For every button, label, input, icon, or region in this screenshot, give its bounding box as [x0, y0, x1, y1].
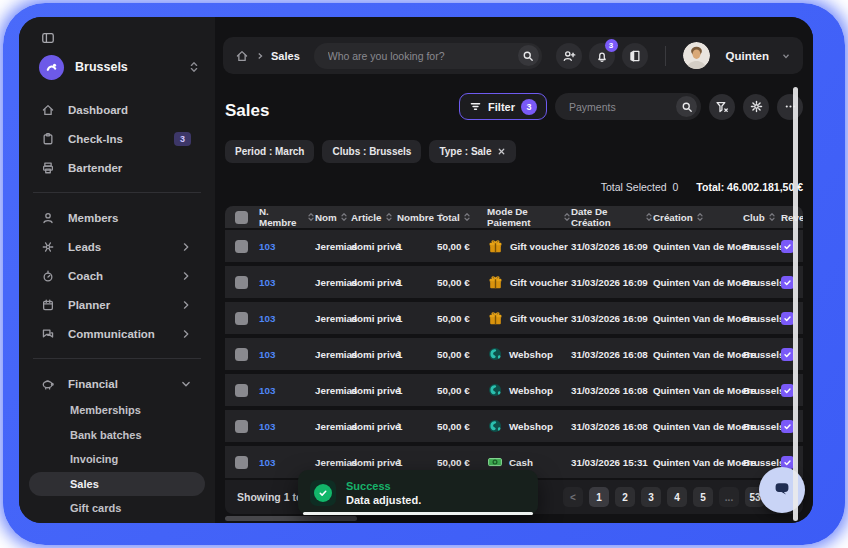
sidebar-collapse-icon[interactable] — [41, 31, 55, 45]
select-all-checkbox[interactable] — [235, 211, 248, 224]
sort-icon — [768, 212, 776, 222]
sidebar-subitem-orders[interactable]: Orders — [29, 521, 205, 524]
member-number-link[interactable]: 103 — [259, 457, 315, 468]
payments-search-input[interactable] — [567, 100, 676, 114]
chevron-down-icon[interactable] — [781, 51, 791, 61]
sidebar-item-bartender[interactable]: Bartender — [29, 153, 205, 182]
column-header-n-membre[interactable]: N. Membre — [259, 206, 315, 228]
cell-club: Brussels — [743, 349, 781, 360]
cell-nom: Jeremias — [315, 313, 351, 324]
sidebar-item-check-ins[interactable]: Check-Ins3 — [29, 124, 205, 153]
filter-button[interactable]: Filter 3 — [459, 93, 547, 120]
row-checkbox[interactable] — [235, 240, 248, 253]
column-header-revenu[interactable]: Revenu — [781, 212, 803, 223]
search-icon[interactable] — [518, 45, 539, 66]
add-person-button[interactable] — [556, 43, 582, 69]
row-checkbox[interactable] — [235, 276, 248, 289]
page-button-5[interactable]: 5 — [693, 487, 713, 507]
page-button-4[interactable]: 4 — [667, 487, 687, 507]
row-checkbox[interactable] — [235, 348, 248, 361]
sidebar-item-planner[interactable]: Planner — [29, 290, 205, 319]
sidebar-item-leads[interactable]: Leads — [29, 232, 205, 261]
sidebar-subitem-label: Memberships — [70, 404, 141, 416]
sidebar-subitem-label: Invoicing — [70, 453, 118, 465]
cell-nombre: 1 — [397, 349, 437, 360]
payments-search — [555, 93, 701, 120]
avatar[interactable] — [683, 42, 710, 69]
cell-date: 31/03/2026 16:09 — [571, 277, 653, 288]
club-selector[interactable]: Brussels — [39, 53, 201, 81]
clear-filters-button[interactable] — [709, 94, 735, 120]
sidebar-item-coach[interactable]: Coach — [29, 261, 205, 290]
sidebar-item-financial[interactable]: Financial — [29, 369, 205, 398]
sidebar-subitem-memberships[interactable]: Memberships — [29, 398, 205, 423]
sidebar-subitem-gift-cards[interactable]: Gift cards — [29, 496, 205, 521]
sidebar-item-label: Members — [68, 212, 193, 224]
logout-button[interactable] — [622, 43, 648, 69]
checkin-icon — [41, 132, 55, 146]
cell-article: domi privé — [351, 457, 397, 468]
sidebar-item-label: Communication — [68, 328, 166, 340]
cell-total: 50,00 € — [437, 421, 487, 432]
cell-revenu — [781, 240, 803, 253]
more-options-button[interactable] — [777, 94, 803, 120]
global-search-input[interactable] — [326, 49, 518, 63]
cell-club: Brussels — [743, 457, 781, 468]
home-icon[interactable] — [235, 49, 249, 63]
vertical-scrollbar[interactable] — [793, 87, 798, 521]
notifications-button[interactable]: 3 — [589, 43, 615, 69]
financial-icon — [41, 377, 55, 391]
chat-widget-button[interactable] — [759, 467, 805, 513]
sort-icon — [696, 212, 704, 222]
member-number-link[interactable]: 103 — [259, 349, 315, 360]
row-checkbox[interactable] — [235, 456, 248, 469]
page-ellipsis[interactable]: ... — [719, 487, 739, 507]
column-header-cr-ation[interactable]: Création — [653, 212, 743, 223]
member-number-link[interactable]: 103 — [259, 421, 315, 432]
column-header-date-de-cr-ation[interactable]: Date De Création — [571, 206, 653, 228]
sidebar-item-dashboard[interactable]: Dashboard — [29, 95, 205, 124]
filter-chip[interactable]: Period : March — [225, 140, 314, 163]
member-number-link[interactable]: 103 — [259, 241, 315, 252]
payment-label: Webshop — [509, 349, 553, 360]
sidebar-subitem-bank-batches[interactable]: Bank batches — [29, 423, 205, 448]
member-number-link[interactable]: 103 — [259, 385, 315, 396]
close-icon[interactable] — [497, 147, 506, 156]
column-header-nom[interactable]: Nom — [315, 212, 351, 223]
column-header-total[interactable]: Total — [437, 212, 487, 223]
chevron-updown-icon — [187, 60, 201, 74]
column-header-nombre[interactable]: Nombre — [397, 212, 437, 223]
page-button-3[interactable]: 3 — [641, 487, 661, 507]
sidebar-subitem-invoicing[interactable]: Invoicing — [29, 447, 205, 472]
column-header-article[interactable]: Article — [351, 212, 397, 223]
sidebar-item-communication[interactable]: Communication — [29, 319, 205, 348]
filter-chip[interactable]: Clubs : Brussels — [322, 140, 421, 163]
column-header-club[interactable]: Club — [743, 212, 781, 223]
row-checkbox[interactable] — [235, 420, 248, 433]
settings-button[interactable] — [743, 94, 769, 120]
filter-chip-label: Clubs : Brussels — [332, 146, 411, 157]
filter-lines-icon — [469, 100, 482, 113]
cell-nombre: 1 — [397, 457, 437, 468]
page-title: Sales — [225, 101, 269, 121]
divider — [33, 192, 201, 193]
table-row: 103Jeremiasdomi privé150,00 €Webshop31/0… — [225, 338, 803, 370]
row-checkbox[interactable] — [235, 312, 248, 325]
member-number-link[interactable]: 103 — [259, 277, 315, 288]
prev-page-button[interactable]: < — [563, 487, 583, 507]
horizontal-scrollbar[interactable] — [225, 516, 357, 521]
success-icon — [310, 480, 336, 506]
sidebar-item-members[interactable]: Members — [29, 203, 205, 232]
column-header-mode-de-paiement[interactable]: Mode De Paiement — [487, 206, 571, 228]
cell-total: 50,00 € — [437, 457, 487, 468]
search-icon[interactable] — [676, 96, 697, 117]
cell-revenu — [781, 276, 803, 289]
cell-club: Brussels — [743, 421, 781, 432]
page-button-2[interactable]: 2 — [615, 487, 635, 507]
club-name: Brussels — [75, 60, 176, 74]
page-button-1[interactable]: 1 — [589, 487, 609, 507]
sidebar-subitem-sales[interactable]: Sales — [29, 472, 205, 497]
row-checkbox[interactable] — [235, 384, 248, 397]
member-number-link[interactable]: 103 — [259, 313, 315, 324]
filter-chip[interactable]: Type : Sale — [429, 140, 516, 163]
